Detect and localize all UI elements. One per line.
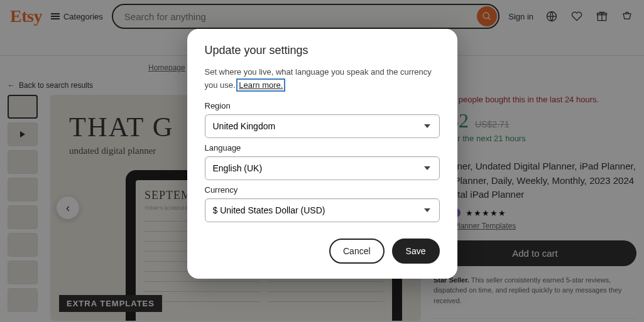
cancel-button[interactable]: Cancel (329, 239, 385, 264)
currency-label: Currency (205, 185, 440, 195)
modal-description: Set where you live, what language you sp… (205, 66, 440, 92)
modal-actions: Cancel Save (205, 239, 440, 264)
modal-title: Update your settings (205, 44, 440, 57)
language-select[interactable]: English (UK) (205, 156, 440, 180)
save-button[interactable]: Save (392, 239, 440, 264)
currency-select[interactable]: $ United States Dollar (USD) (205, 198, 440, 222)
settings-modal: Update your settings Set where you live,… (187, 29, 457, 279)
region-select[interactable]: United Kingdom (205, 114, 440, 138)
language-label: Language (205, 143, 440, 153)
region-label: Region (205, 101, 440, 110)
learn-more-link[interactable]: Learn more. (237, 80, 284, 90)
modal-overlay[interactable]: Update your settings Set where you live,… (0, 0, 644, 322)
